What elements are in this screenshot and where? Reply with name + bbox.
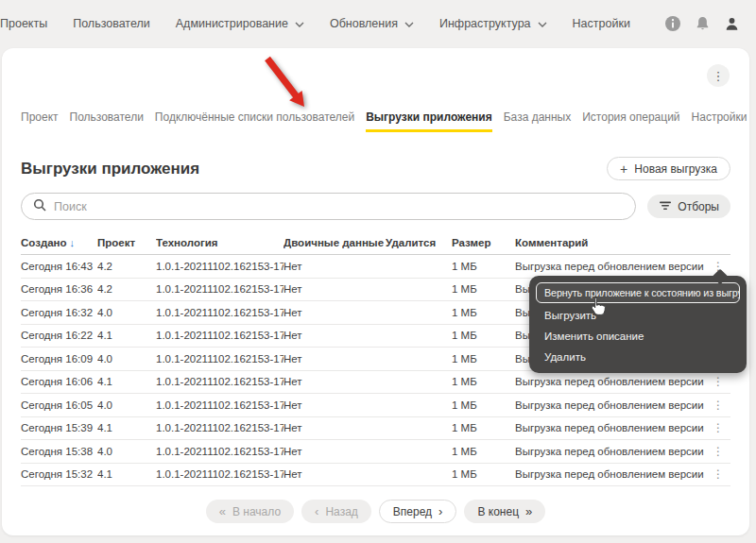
context-menu-items: Вернуть приложение к состоянию из выгруз… [529,282,747,367]
cell-created: Сегодня 15:32 [21,468,97,480]
nav-item-label: Настройки [573,17,630,30]
card-more-actions-button[interactable]: ⋮ [707,64,730,87]
filters-button[interactable]: Отборы [647,195,730,218]
table-row: Сегодня 16:43 4.2 1.0.1-20211102.162153-… [21,255,730,279]
cell-binary-data: Нет [284,261,386,272]
cell-created: Сегодня 15:38 [21,446,97,457]
cell-created: Сегодня 16:22 [21,330,97,341]
cell-comment: Выгрузка перед обновлением версии проект… [515,399,706,411]
cell-size: 1 МБ [452,261,515,272]
top-bar: Проекты Пользователи Администрирование [0,0,756,47]
cell-size: 1 МБ [452,283,515,295]
plus-icon: + [620,161,627,177]
search-box [21,193,636,220]
cell-size: 1 МБ [452,422,515,433]
kebab-icon: ⋮ [713,467,724,481]
kebab-icon: ⋮ [713,421,724,434]
tab[interactable]: История операций [582,110,679,132]
main-menu: Проекты Пользователи Администрирование [0,17,630,30]
cell-technology: 1.0.1-20211102.162153-173 [156,330,284,341]
tab-label: Настройки [692,110,747,124]
cell-created: Сегодня 16:06 [21,376,97,387]
cell-created: Сегодня 16:09 [21,353,97,365]
cell-project: 4.1 [97,422,156,433]
nav-item-label: Пользователи [73,17,150,30]
cell-technology: 1.0.1-20211102.162153-173 [156,376,284,387]
tab-label: Выгрузки приложения [366,110,492,124]
search-input[interactable] [54,200,624,213]
tab[interactable]: Пользователи [70,110,144,132]
pagination-last-button[interactable]: В конец » [464,500,545,523]
page-title: Выгрузки приложения [21,160,199,178]
notifications-bell-icon[interactable] [693,14,712,33]
filters-button-label: Отборы [678,200,719,213]
pagination-prev-button[interactable]: ‹ Назад [301,500,371,523]
cell-comment: Выгрузка перед обновлением версии проект… [515,468,706,480]
nav-item[interactable]: Обновления [330,17,414,30]
cell-technology: 1.0.1-20211102.162153-173 [156,283,284,295]
pagination-next-button[interactable]: Вперед › [379,500,457,523]
context-menu-item[interactable]: Выгрузить [529,305,747,326]
column-header-technology: Технология [156,237,284,248]
user-profile-icon[interactable] [722,14,741,33]
table-row: Сегодня 15:38 4.0 1.0.1-20211102.162153-… [21,440,730,464]
tab[interactable]: Настройки [692,110,747,132]
cell-size: 1 МБ [452,307,515,318]
row-actions-button[interactable]: ⋮ [706,421,730,434]
tab[interactable]: Выгрузки приложения [366,110,492,132]
table-header-row: Создано↓ Проект Технология Двоичные данн… [21,230,730,255]
sort-desc-icon: ↓ [70,237,76,248]
double-chevron-left-icon: « [219,504,226,518]
cell-technology: 1.0.1-20211102.162153-173 [156,468,284,480]
table-row: Сегодня 15:32 4.1 1.0.1-20211102.162153-… [21,464,730,487]
cell-size: 1 МБ [452,399,515,411]
row-actions-button[interactable]: ⋮ [706,445,730,458]
search-row: Отборы [21,193,730,220]
cell-created: Сегодня 16:43 [21,261,97,272]
cell-project: 4.0 [97,353,156,365]
table-row: Сегодня 16:06 4.1 1.0.1-20211102.162153-… [21,371,730,395]
cell-comment: Выгрузка перед обновлением версии проект… [515,422,706,433]
filter-icon [659,200,672,213]
cell-binary-data: Нет [284,422,386,433]
nav-item[interactable]: Пользователи [73,17,150,30]
pagination: « В начало ‹ Назад Вперед › В конец » [21,500,730,523]
cell-binary-data: Нет [284,376,386,387]
tab[interactable]: Проект [21,110,59,132]
nav-item[interactable]: Проекты [0,17,47,30]
nav-item[interactable]: Инфраструктура [439,17,547,30]
cell-created: Сегодня 16:32 [21,307,97,318]
nav-item[interactable]: Настройки [573,17,630,30]
info-icon[interactable] [663,14,682,33]
tab[interactable]: База данных [504,110,571,132]
pagination-first-button[interactable]: « В начало [206,500,294,523]
new-upload-button[interactable]: + Новая выгрузка [607,157,730,180]
context-menu-item[interactable]: Изменить описание [529,326,747,347]
row-actions-button[interactable]: ⋮ [706,375,730,388]
context-menu-item-label: Удалить [544,351,586,363]
cell-binary-data: Нет [284,283,386,295]
cell-project: 4.2 [97,283,156,295]
cell-technology: 1.0.1-20211102.162153-173 [156,399,284,411]
row-actions-button[interactable]: ⋮ [706,467,730,481]
nav-item[interactable]: Администрирование [176,17,304,30]
new-upload-button-label: Новая выгрузка [634,162,717,176]
cell-binary-data: Нет [284,446,386,457]
row-actions-button[interactable]: ⋮ [706,399,730,412]
cell-comment: Выгрузка перед обновлением версии проект… [515,261,706,272]
tab-label: Пользователи [70,110,144,124]
tab-label: База данных [504,110,571,124]
context-menu-item[interactable]: Удалить [529,347,747,367]
nav-item-label: Обновления [330,17,398,30]
cell-project: 4.2 [97,261,156,272]
context-menu-item[interactable]: Вернуть приложение к состоянию из выгруз… [536,282,740,303]
chevron-down-icon [295,22,304,27]
column-header-created[interactable]: Создано↓ [21,237,97,248]
tab[interactable]: Подключённые списки пользователей [155,110,354,132]
cell-technology: 1.0.1-20211102.162153-173 [156,261,284,272]
cell-comment: Выгрузка перед обновлением версии проект… [515,376,706,387]
cell-binary-data: Нет [284,330,386,341]
cell-size: 1 МБ [452,446,515,457]
cell-project: 4.0 [97,399,156,411]
column-header-comment: Комментарий [515,237,706,248]
